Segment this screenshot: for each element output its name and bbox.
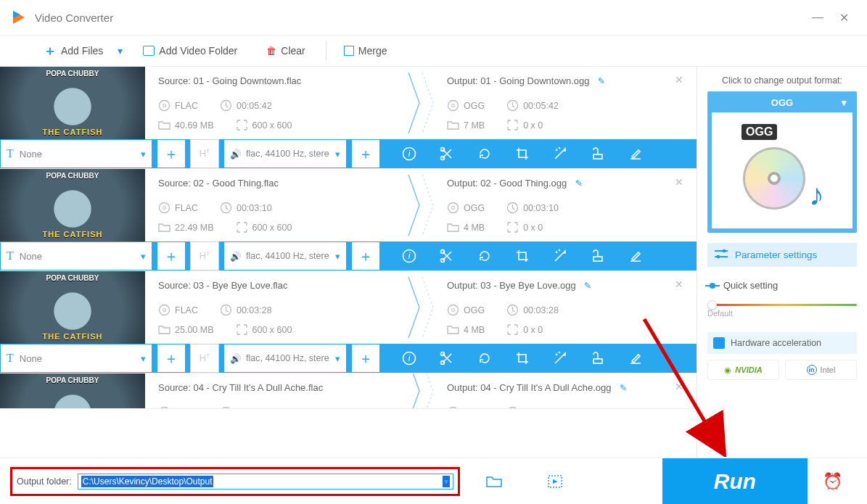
hw-accel-button[interactable]: Hardware acceleration: [707, 332, 857, 354]
crop-icon[interactable]: [514, 145, 531, 162]
clock-icon: [506, 304, 519, 316]
quality-slider[interactable]: Default: [707, 304, 857, 318]
thumbnail[interactable]: POPA CHUBBY THE CATFISH: [0, 67, 145, 139]
main-toolbar: ＋ Add Files ▾ Add Video Folder 🗑 Clear M…: [0, 35, 867, 67]
remove-file-button[interactable]: ✕: [675, 381, 683, 392]
output-filename: Output: 01 - Going Downtown.ogg: [447, 75, 590, 86]
output-duration: 00:05:42: [506, 99, 559, 112]
source-format: FLAC: [158, 202, 198, 214]
thumbnail[interactable]: POPA CHUBBY THE CATFISH: [0, 373, 145, 408]
merge-icon: [344, 46, 354, 56]
clock-icon: [506, 406, 519, 408]
remove-file-button[interactable]: ✕: [675, 74, 683, 86]
add-subtitle-button[interactable]: ＋: [157, 241, 186, 270]
format-badge: OGG: [741, 124, 777, 140]
add-audio-button[interactable]: ＋: [351, 344, 380, 373]
thumb-title-top: POPA CHUBBY: [0, 274, 145, 282]
effects-icon[interactable]: [551, 145, 569, 162]
output-folder-input[interactable]: C:\Users\Kevincy\Desktop\Output ▾: [78, 474, 453, 489]
folder-icon: [447, 119, 459, 131]
rename-output-button[interactable]: ✎: [584, 281, 591, 291]
audio-track-select[interactable]: 🔊 flac, 44100 Hz, stere ▾: [223, 139, 347, 168]
output-dimensions: 0 x 0: [506, 221, 543, 234]
cut-icon[interactable]: [438, 145, 456, 162]
hardcode-subtitle-button[interactable]: HT: [190, 241, 219, 270]
watermark-icon[interactable]: [589, 350, 607, 367]
subtitle-select[interactable]: T None ▾: [0, 344, 152, 373]
effects-icon[interactable]: [551, 350, 569, 367]
subtitle-select[interactable]: T None ▾: [0, 241, 152, 270]
audio-track-select[interactable]: 🔊 flac, 44100 Hz, stere ▾: [223, 241, 347, 270]
watermark-icon[interactable]: [589, 145, 607, 162]
quick-setting-toggle[interactable]: Quick setting: [707, 280, 857, 291]
chevron-down-icon: ▾: [335, 149, 340, 160]
subtitle-select[interactable]: T None ▾: [0, 139, 152, 168]
info-icon[interactable]: i: [400, 350, 418, 367]
clock-icon: [506, 99, 519, 112]
disc-icon: [158, 202, 170, 214]
file-row: POPA CHUBBY THE CATFISH Source: 03 - Bye…: [0, 271, 697, 373]
speaker-icon: 🔊: [230, 149, 242, 160]
rename-output-button[interactable]: ✎: [620, 383, 627, 393]
rename-output-button[interactable]: ✎: [575, 178, 583, 189]
thumb-title-bottom: THE CATFISH: [0, 332, 145, 341]
slider-default-label: Default: [707, 309, 857, 318]
rotate-icon[interactable]: [476, 145, 493, 162]
svg-point-11: [160, 203, 170, 213]
add-files-button[interactable]: ＋ Add Files: [44, 42, 103, 59]
cut-icon[interactable]: [438, 350, 456, 367]
output-size: 4 MB: [447, 323, 485, 336]
thumb-title-bottom: THE CATFISH: [0, 230, 145, 239]
info-icon[interactable]: i: [400, 247, 418, 265]
source-size: 40.69 MB: [158, 119, 214, 131]
close-button[interactable]: ✕: [831, 11, 857, 25]
info-icon[interactable]: i: [400, 145, 418, 162]
subtitle-T-icon: T: [7, 147, 14, 160]
remove-file-button[interactable]: ✕: [675, 176, 683, 188]
output-format: OGG: [447, 99, 485, 112]
hw-accel-label: Hardware acceleration: [731, 338, 821, 348]
rotate-icon[interactable]: [476, 350, 493, 367]
add-folder-button[interactable]: Add Video Folder: [143, 45, 237, 57]
run-button[interactable]: Run: [662, 458, 808, 505]
hardcode-subtitle-button[interactable]: HT: [190, 139, 219, 168]
open-output-list-button[interactable]: [543, 469, 567, 494]
subtitle-edit-icon[interactable]: [627, 350, 644, 367]
audio-track-value: flac, 44100 Hz, stere: [246, 251, 329, 261]
svg-point-3: [448, 101, 459, 111]
remove-file-button[interactable]: ✕: [675, 278, 683, 290]
add-files-dropdown-icon[interactable]: ▾: [118, 45, 123, 57]
folder-icon: [158, 323, 170, 336]
effects-icon[interactable]: [551, 247, 569, 265]
svg-text:i: i: [408, 353, 411, 363]
crop-icon[interactable]: [514, 350, 531, 367]
open-folder-button[interactable]: [482, 469, 506, 494]
cut-icon[interactable]: [438, 247, 456, 265]
watermark-icon[interactable]: [589, 247, 607, 265]
audio-track-select[interactable]: 🔊 flac, 44100 Hz, stere ▾: [223, 344, 347, 373]
chevron-down-icon: ▾: [335, 251, 340, 262]
merge-button[interactable]: Merge: [344, 45, 387, 57]
add-subtitle-button[interactable]: ＋: [157, 344, 186, 373]
add-audio-button[interactable]: ＋: [351, 241, 380, 270]
shutdown-timer-button[interactable]: ⏰: [808, 472, 857, 491]
add-subtitle-button[interactable]: ＋: [157, 139, 186, 168]
rotate-icon[interactable]: [476, 247, 493, 265]
folder-icon: [447, 221, 459, 234]
subtitle-edit-icon[interactable]: [627, 145, 644, 162]
clear-button[interactable]: 🗑 Clear: [266, 45, 305, 57]
output-format-selector[interactable]: OGG ▾ OGG ♪: [707, 91, 857, 233]
add-folder-label: Add Video Folder: [159, 45, 237, 57]
subtitle-value: None: [20, 251, 42, 262]
hardcode-subtitle-button[interactable]: HT: [190, 344, 219, 373]
arrow-divider-icon: [407, 175, 435, 236]
crop-icon[interactable]: [514, 247, 531, 265]
thumbnail[interactable]: POPA CHUBBY THE CATFISH: [0, 169, 145, 241]
rename-output-button[interactable]: ✎: [598, 76, 605, 86]
add-audio-button[interactable]: ＋: [351, 139, 380, 168]
minimize-button[interactable]: —: [805, 11, 831, 24]
side-panel: Click to change output format: OGG ▾ OGG…: [697, 67, 867, 458]
parameter-settings-button[interactable]: Parameter settings: [707, 243, 857, 267]
thumbnail[interactable]: POPA CHUBBY THE CATFISH: [0, 271, 145, 344]
subtitle-edit-icon[interactable]: [627, 247, 644, 265]
